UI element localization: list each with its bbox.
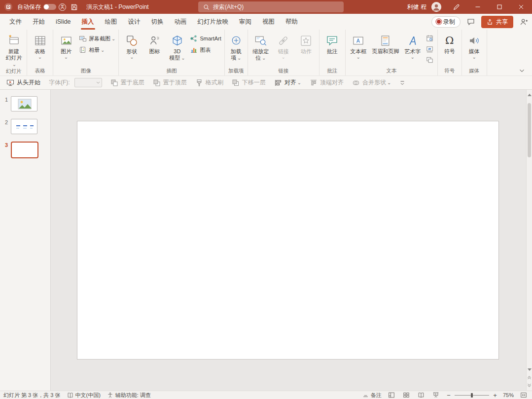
current-slide-canvas[interactable]: [77, 121, 499, 360]
notes-button[interactable]: 备注: [362, 392, 382, 399]
scroll-up-button[interactable]: [527, 91, 532, 98]
autosave-toggle[interactable]: [43, 4, 56, 10]
tab-insert[interactable]: 插入: [76, 14, 100, 30]
search-box[interactable]: 搜索(Alt+Q): [198, 1, 344, 12]
align-top-button[interactable]: 顶端对齐: [310, 78, 344, 87]
scrollbar-thumb[interactable]: [528, 103, 531, 157]
link-label: 链接: [278, 48, 289, 59]
slideshow-view-button[interactable]: [431, 392, 441, 399]
spellcheck-button[interactable]: 中文(中国): [67, 392, 101, 399]
maximize-button[interactable]: [489, 0, 510, 14]
toolbar-overflow-button[interactable]: [399, 80, 405, 86]
media-button[interactable]: 媒体: [463, 31, 485, 59]
send-backward-button[interactable]: 下移一层: [232, 78, 266, 87]
table-group-label: 表格: [29, 67, 51, 75]
tab-islide[interactable]: iSlide: [50, 14, 76, 30]
user-name[interactable]: 利健 程: [407, 3, 426, 11]
pictures-button[interactable]: 图片: [55, 31, 77, 59]
action-label: 动作: [301, 48, 312, 55]
align-icon: [274, 79, 282, 87]
next-slide-button[interactable]: [527, 381, 532, 390]
send-to-back-button[interactable]: 置于底层: [110, 78, 144, 87]
record-dot-icon: [437, 20, 441, 24]
link-button[interactable]: 链接: [272, 31, 295, 59]
slide-indicator[interactable]: 幻灯片 第 3 张，共 3 张: [3, 392, 61, 399]
add-person-icon[interactable]: [520, 18, 528, 26]
wordart-button[interactable]: 艺术字: [401, 31, 424, 59]
screenshot-button[interactable]: 屏幕截图: [77, 34, 117, 43]
normal-view-button[interactable]: [387, 392, 396, 399]
merge-shapes-button[interactable]: 合并形状: [352, 78, 391, 87]
slide-3-thumbnail[interactable]: [11, 142, 38, 158]
user-avatar[interactable]: [431, 2, 441, 12]
scrollbar-track[interactable]: [527, 98, 532, 366]
fit-to-window-button[interactable]: [519, 392, 529, 399]
tab-review[interactable]: 审阅: [234, 14, 257, 30]
3d-models-label: 3D 模型: [169, 48, 185, 61]
reading-view-button[interactable]: [416, 392, 426, 399]
slide-2-thumbnail[interactable]: [11, 119, 37, 134]
date-time-button[interactable]: [425, 34, 435, 42]
scroll-down-button[interactable]: [527, 366, 532, 373]
previous-slide-button[interactable]: [527, 373, 532, 381]
symbol-button[interactable]: Ω 符号: [439, 31, 460, 55]
zoom-level[interactable]: 75%: [503, 392, 514, 398]
table-button[interactable]: 表格: [29, 31, 51, 59]
object-button[interactable]: [425, 55, 435, 64]
share-button[interactable]: 共享: [481, 16, 513, 28]
zoom-slider-thumb[interactable]: [471, 393, 473, 398]
tab-row-right: 录制 共享: [431, 14, 528, 30]
powerpoint-logo-icon[interactable]: [4, 2, 13, 11]
shapes-button[interactable]: 形状: [120, 31, 143, 59]
zoom-in-button[interactable]: [492, 392, 498, 399]
screenshot-label: 屏幕截图: [89, 35, 115, 42]
tab-help[interactable]: 帮助: [280, 14, 303, 30]
vertical-scrollbar[interactable]: [526, 90, 532, 391]
tab-slideshow[interactable]: 幻灯片放映: [192, 14, 234, 30]
tab-view[interactable]: 视图: [257, 14, 280, 30]
format-painter-button[interactable]: 格式刷: [195, 78, 223, 87]
tab-file[interactable]: 文件: [4, 14, 27, 30]
quick-toolbar: 从头开始 字体(F): 置于底层 置于顶层: [0, 76, 532, 90]
tab-home[interactable]: 开始: [27, 14, 50, 30]
collapse-ribbon-button[interactable]: [516, 67, 527, 74]
zoom-slider[interactable]: [455, 392, 489, 399]
ribbon-tab-row: 文件 开始 iSlide 插入 绘图 设计 切换 动画 幻灯片放映 审阅 视图 …: [0, 14, 532, 30]
action-button[interactable]: 动作: [295, 31, 318, 55]
header-footer-button[interactable]: 页眉和页脚: [370, 31, 401, 55]
bring-to-front-button[interactable]: 置于顶层: [153, 78, 187, 87]
addins-button[interactable]: 加载 项: [226, 31, 246, 61]
save-button[interactable]: [71, 3, 78, 11]
tab-transitions[interactable]: 切换: [146, 14, 169, 30]
accessibility-label: 辅助功能: 调查: [115, 392, 151, 399]
pen-icon[interactable]: [449, 3, 463, 11]
zoom-out-button[interactable]: [446, 392, 452, 399]
autosave-control[interactable]: 自动保存 关: [17, 3, 66, 11]
tab-draw[interactable]: 绘图: [100, 14, 123, 30]
record-button[interactable]: 录制: [431, 16, 461, 28]
accessibility-checker[interactable]: 辅助功能: 调查: [107, 392, 151, 399]
photo-album-button[interactable]: 相册: [77, 45, 117, 55]
slide-number-button[interactable]: [425, 44, 435, 53]
comments-button[interactable]: [467, 18, 475, 26]
link-icon: [277, 33, 290, 48]
zoom-button[interactable]: 缩放定 位: [249, 31, 272, 61]
minimize-button[interactable]: [467, 0, 489, 14]
font-combobox[interactable]: [74, 78, 102, 87]
new-slide-button[interactable]: 新建 幻灯片: [2, 31, 25, 68]
comment-button[interactable]: 批注: [321, 31, 344, 55]
icons-button[interactable]: 图标: [143, 31, 166, 55]
textbox-button[interactable]: 文本框: [347, 31, 370, 59]
tab-animations[interactable]: 动画: [169, 14, 192, 30]
slide-sorter-view-button[interactable]: [401, 392, 411, 399]
ribbon-group-table: 表格 表格: [27, 30, 53, 75]
align-button[interactable]: 对齐: [274, 78, 301, 87]
smartart-button[interactable]: SmartArt: [188, 34, 222, 43]
3d-models-button[interactable]: 3D 模型: [166, 31, 188, 61]
chart-button[interactable]: 图表: [188, 45, 222, 55]
tab-design[interactable]: 设计: [123, 14, 146, 30]
from-beginning-button[interactable]: 从头开始: [6, 78, 40, 87]
close-button[interactable]: [510, 0, 532, 14]
smartart-icon: [190, 35, 198, 42]
slide-1-thumbnail[interactable]: [11, 96, 37, 111]
